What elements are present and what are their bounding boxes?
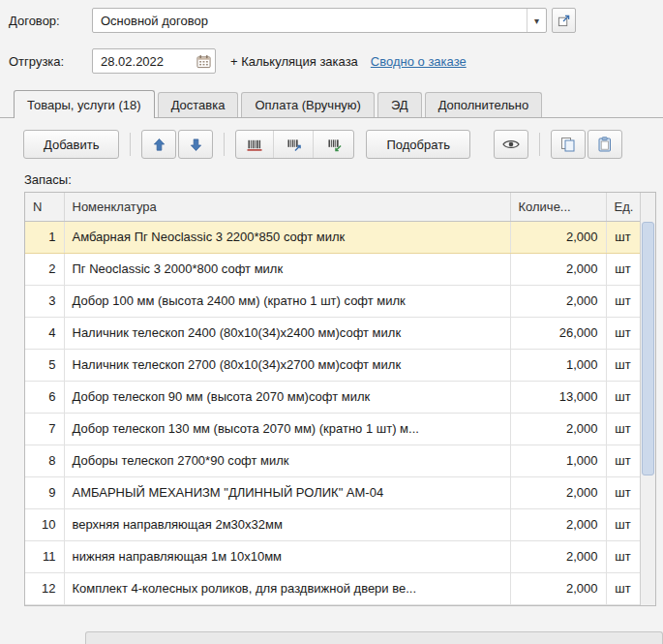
row-number: 4: [25, 317, 64, 349]
table-row[interactable]: 12 Комплект 4-колесных роликов, для разд…: [25, 572, 640, 604]
row-nomenclature: Добор телескоп 90 мм (высота 2070 мм)соф…: [64, 381, 510, 413]
row-quantity: 2,000: [510, 572, 606, 604]
row-quantity: 2,000: [510, 540, 606, 572]
row-quantity: 2,000: [510, 413, 606, 445]
row-unit: шт: [606, 445, 640, 476]
row-quantity: 2,000: [510, 508, 606, 540]
table-row[interactable]: 9 АМБАРНЫЙ МЕХАНИЗМ "ДЛИННЫЙ РОЛИК" АМ-0…: [25, 476, 640, 508]
barcode-entry-button[interactable]: [316, 131, 353, 158]
row-nomenclature: верхняя направляющая 2м30x32мм: [64, 508, 510, 540]
row-number: 2: [25, 253, 64, 285]
contract-row: Договор: Основной договор ▾: [0, 8, 663, 33]
row-nomenclature: Наличник телескоп 2700 (80x10(34)x2700 м…: [64, 349, 510, 381]
tab-label: Товары, услуги (18): [27, 98, 141, 112]
row-nomenclature: АМБАРНЫЙ МЕХАНИЗМ "ДЛИННЫЙ РОЛИК" АМ-04: [64, 476, 510, 508]
vertical-scrollbar[interactable]: [640, 193, 655, 605]
row-quantity: 2,000: [510, 285, 606, 317]
order-form: Договор: Основной договор ▾ Отгрузка: 28…: [0, 0, 663, 644]
row-nomenclature: Комплект 4-колесных роликов, для раздвиж…: [64, 572, 510, 604]
table-row[interactable]: 5 Наличник телескоп 2700 (80x10(34)x2700…: [25, 349, 640, 381]
tab[interactable]: ЭД: [377, 92, 422, 117]
tab-label: ЭД: [391, 98, 408, 112]
column-header-quantity[interactable]: Количе...: [510, 193, 606, 221]
contract-value: Основной договор: [93, 14, 527, 28]
barcode-scanner-button[interactable]: [236, 131, 274, 158]
table-row[interactable]: 8 Доборы телескоп 2700*90 софт милк 1,00…: [25, 445, 640, 476]
table-header-row: N Номенклатура Количе... Ед.: [25, 193, 640, 221]
shipment-date-field[interactable]: 28.02.2022: [92, 48, 216, 74]
barcode-button-group: [235, 130, 354, 159]
row-quantity: 2,000: [510, 476, 606, 508]
table-row[interactable]: 6 Добор телескоп 90 мм (высота 2070 мм)с…: [25, 381, 640, 413]
row-quantity: 1,000: [510, 445, 606, 476]
shipment-date-value: 28.02.2022: [93, 54, 192, 69]
row-number: 8: [25, 445, 64, 476]
row-number: 3: [25, 285, 64, 317]
paste-icon: [597, 137, 613, 152]
barcode-search-button[interactable]: [276, 131, 314, 158]
row-number: 12: [25, 572, 64, 604]
column-header-n[interactable]: N: [25, 193, 64, 221]
row-unit: шт: [606, 508, 640, 540]
table-row[interactable]: 11 нижняя направляющая 1м 10x10мм 2,000 …: [25, 540, 640, 572]
row-quantity: 2,000: [510, 253, 606, 285]
tab[interactable]: Оплата (Вручную): [241, 92, 374, 117]
contract-select[interactable]: Основной договор ▾: [92, 8, 547, 33]
order-calculation-text[interactable]: + Калькуляция заказа: [230, 54, 358, 69]
row-unit: шт: [606, 221, 640, 253]
add-button[interactable]: Добавить: [23, 130, 119, 159]
row-unit: шт: [606, 253, 640, 285]
row-quantity: 1,000: [510, 349, 606, 381]
tab[interactable]: Доставка: [158, 92, 239, 117]
move-up-button[interactable]: [141, 130, 176, 159]
row-nomenclature: Амбарная Пг Neoclassic 3 2200*850 софт м…: [64, 221, 510, 253]
toolbar-separator: [130, 133, 131, 156]
toolbar-separator: [224, 133, 225, 156]
table-row[interactable]: 3 Добор 100 мм (высота 2400 мм) (кратно …: [25, 285, 640, 317]
row-unit: шт: [606, 540, 640, 572]
tab-label: Дополнительно: [438, 98, 529, 112]
toolbar-separator: [539, 133, 540, 156]
inventory-table-body: 1 Амбарная Пг Neoclassic 3 2200*850 софт…: [25, 221, 640, 604]
barcode-entry-icon: [327, 138, 343, 152]
chevron-down-icon[interactable]: ▾: [527, 9, 546, 32]
row-nomenclature: Добор 100 мм (высота 2400 мм) (кратно 1 …: [64, 285, 510, 317]
row-nomenclature: Наличник телескоп 2400 (80x10(34)x2400 м…: [64, 317, 510, 349]
inventory-table: N Номенклатура Количе... Ед. 1 Амбарная …: [24, 192, 656, 606]
view-settings-button[interactable]: [494, 130, 528, 159]
calendar-icon[interactable]: [192, 54, 215, 69]
table-row[interactable]: 1 Амбарная Пг Neoclassic 3 2200*850 софт…: [25, 221, 640, 253]
tab[interactable]: Дополнительно: [425, 92, 543, 117]
table-row[interactable]: 4 Наличник телескоп 2400 (80x10(34)x2400…: [25, 317, 640, 349]
tab[interactable]: Товары, услуги (18): [14, 90, 155, 118]
row-nomenclature: Доборы телескоп 2700*90 софт милк: [64, 445, 510, 476]
barcode-scanner-icon: [247, 138, 262, 152]
goods-toolbar: Добавить: [23, 130, 655, 159]
column-header-unit[interactable]: Ед.: [606, 193, 640, 221]
order-summary-link[interactable]: Сводно о заказе: [371, 54, 467, 69]
table-row[interactable]: 7 Добор телескоп 130 мм (высота 2070 мм)…: [25, 413, 640, 445]
table-row[interactable]: 2 Пг Neoclassic 3 2000*800 софт милк 2,0…: [25, 253, 640, 285]
row-unit: шт: [606, 349, 640, 381]
column-header-nomenclature[interactable]: Номенклатура: [64, 193, 510, 221]
paste-button[interactable]: [588, 130, 622, 159]
table-row[interactable]: 10 верхняя направляющая 2м30x32мм 2,000 …: [25, 508, 640, 540]
row-number: 5: [25, 349, 64, 381]
scrollbar-thumb[interactable]: [642, 222, 654, 475]
pick-button[interactable]: Подобрать: [366, 130, 469, 159]
row-unit: шт: [606, 476, 640, 508]
row-nomenclature: Пг Neoclassic 3 2000*800 софт милк: [64, 253, 510, 285]
shipment-row: Отгрузка: 28.02.2022 + Калькуляция заказ…: [0, 48, 663, 74]
move-down-button[interactable]: [178, 130, 213, 159]
arrow-up-icon: [152, 138, 166, 152]
lower-panel-edge: [85, 631, 663, 644]
open-contract-button[interactable]: [552, 8, 576, 33]
tab-label: Оплата (Вручную): [255, 98, 360, 112]
row-number: 6: [25, 381, 64, 413]
row-unit: шт: [606, 285, 640, 317]
row-nomenclature: нижняя направляющая 1м 10x10мм: [64, 540, 510, 572]
row-unit: шт: [606, 413, 640, 445]
barcode-search-icon: [286, 138, 302, 152]
copy-button[interactable]: [551, 130, 586, 159]
inventory-section-label: Запасы:: [24, 172, 663, 187]
